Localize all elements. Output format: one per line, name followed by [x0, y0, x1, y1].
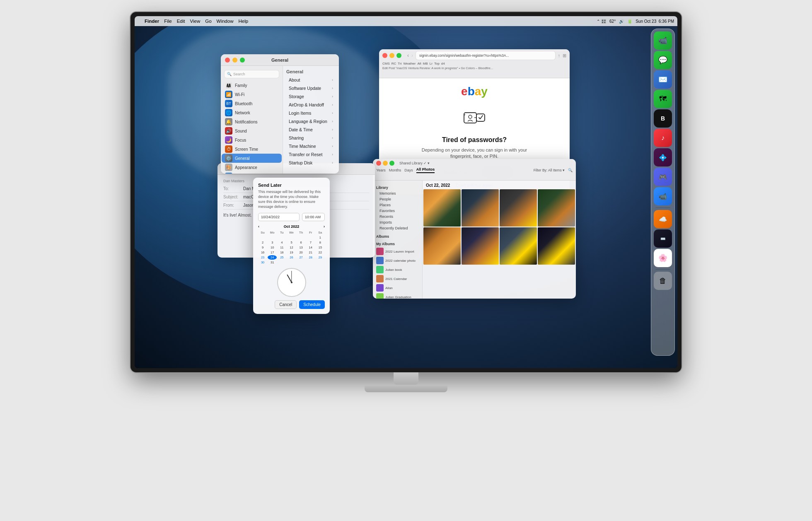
sidebar-places[interactable]: Places: [373, 202, 422, 208]
cal-day[interactable]: 6: [297, 240, 306, 245]
photos-filter[interactable]: Filter By: All Items ▾: [534, 168, 565, 172]
cal-day[interactable]: 16: [258, 250, 267, 255]
menu-item-sharing[interactable]: Sharing ›: [286, 134, 336, 142]
menubar-file[interactable]: File: [164, 19, 172, 24]
sidebar-item-bluetooth[interactable]: BT Bluetooth: [222, 99, 282, 108]
menu-item-language[interactable]: Language & Region ›: [286, 117, 336, 125]
cal-day[interactable]: 1: [316, 235, 325, 240]
menubar-view[interactable]: View: [190, 19, 201, 24]
safari-tab-lr[interactable]: Lr: [430, 62, 433, 65]
album-2022-calendar[interactable]: 2022 calendar photo: [373, 256, 422, 265]
safari-min-button[interactable]: [389, 53, 394, 58]
dock-icon-mail[interactable]: ✉️: [654, 70, 672, 89]
safari-tab-top[interactable]: Top: [434, 62, 440, 65]
sidebar-imports[interactable]: Imports: [373, 219, 422, 225]
dock-icon-facetime[interactable]: 📹: [654, 31, 672, 50]
menu-item-storage[interactable]: Storage ›: [286, 92, 336, 101]
cal-day[interactable]: 3: [268, 240, 277, 245]
cal-day[interactable]: 4: [277, 240, 286, 245]
cal-day[interactable]: 29: [316, 255, 325, 260]
menubar-battery[interactable]: 🔋: [627, 19, 632, 24]
dock-icon-music[interactable]: ♪: [654, 129, 672, 147]
menu-item-airdrop[interactable]: AirDrop & Handoff ›: [286, 101, 336, 109]
photos-close-button[interactable]: [376, 161, 381, 166]
menu-item-transfer[interactable]: Transfer or Reset ›: [286, 150, 336, 159]
photo-cell[interactable]: [538, 227, 575, 265]
photo-cell[interactable]: [500, 189, 537, 227]
safari-forward-icon[interactable]: ›: [411, 53, 413, 58]
cal-day[interactable]: [268, 235, 277, 240]
cal-day-today[interactable]: 24: [268, 255, 277, 260]
dock-icon-overcast[interactable]: ☁️: [654, 210, 672, 228]
safari-close-button[interactable]: [382, 53, 387, 58]
photo-cell[interactable]: [462, 189, 499, 227]
dock-icon-slack[interactable]: 💠: [654, 148, 672, 166]
sidebar-favorites[interactable]: Favorites: [373, 208, 422, 214]
menu-item-time-machine[interactable]: Time Machine ›: [286, 142, 336, 150]
sidebar-people[interactable]: People: [373, 196, 422, 202]
safari-tab-mb[interactable]: MB: [423, 62, 428, 65]
cal-day[interactable]: 17: [268, 250, 277, 255]
safari-tab-d4[interactable]: d4: [441, 62, 445, 65]
safari-max-button[interactable]: [396, 53, 401, 58]
sidebar-item-family[interactable]: 👨‍👩‍👧 Family: [222, 81, 282, 90]
album-2021-calendar[interactable]: 2021 Calendar: [373, 274, 422, 283]
sidebar-item-focus[interactable]: 🌙 Focus: [222, 135, 282, 145]
cal-day[interactable]: 30: [258, 260, 267, 265]
safari-url-bar[interactable]: signin.ebay.com/signin/webauthn-register…: [416, 51, 556, 60]
sidebar-recents[interactable]: Recents: [373, 214, 422, 219]
sidebar-item-appearance[interactable]: 🎨 Appearance: [222, 163, 282, 172]
photos-tab-months[interactable]: Months: [389, 168, 401, 172]
send-later-date-input[interactable]: 10/24/2022: [258, 213, 300, 221]
sidebar-item-general[interactable]: ⚙️ General: [222, 154, 282, 163]
cal-day[interactable]: 14: [306, 245, 315, 250]
sidebar-recently-deleted[interactable]: Recently Deleted: [373, 225, 422, 231]
dock-icon-maps[interactable]: 🗺: [654, 90, 672, 108]
photo-cell[interactable]: [500, 227, 537, 265]
sidebar-item-accessibility[interactable]: ♿ Accessibility: [222, 172, 282, 174]
cal-day[interactable]: 20: [297, 250, 306, 255]
close-button[interactable]: [225, 58, 230, 63]
safari-share-icon[interactable]: ↑: [558, 53, 561, 58]
menubar-window[interactable]: Window: [217, 19, 234, 24]
send-later-time-input[interactable]: 10:00 AM: [302, 213, 325, 221]
safari-tab-rc[interactable]: RC: [392, 62, 396, 65]
cal-day[interactable]: 2: [258, 240, 267, 245]
photos-tab-all[interactable]: All Photos: [416, 167, 435, 173]
album-julian-grad[interactable]: Julian Graduation: [373, 292, 422, 299]
photo-cell[interactable]: [423, 227, 461, 265]
cal-day[interactable]: 31: [268, 260, 277, 265]
cal-day[interactable]: 25: [277, 255, 286, 260]
safari-back-icon[interactable]: ‹: [407, 53, 409, 58]
calendar-prev-icon[interactable]: ‹: [258, 224, 259, 229]
dock-icon-bezel[interactable]: B: [654, 109, 672, 128]
cal-day[interactable]: 19: [287, 250, 296, 255]
cal-day[interactable]: 8: [316, 240, 325, 245]
cal-day[interactable]: [287, 235, 296, 240]
cal-day[interactable]: [306, 235, 315, 240]
menu-item-software-update[interactable]: Software Update ›: [286, 84, 336, 92]
cal-day[interactable]: 12: [287, 245, 296, 250]
sidebar-item-screentime[interactable]: ⏱ Screen Time: [222, 145, 282, 154]
menubar-edit[interactable]: Edit: [177, 19, 185, 24]
safari-tab-weather[interactable]: Weather: [403, 62, 416, 65]
sidebar-memories[interactable]: Memories: [373, 191, 422, 196]
sidebar-item-notifications[interactable]: 🔔 Notifications: [222, 117, 282, 126]
cal-day[interactable]: 11: [277, 245, 286, 250]
dock-icon-iterm[interactable]: ⌨️: [654, 229, 672, 248]
minimize-button[interactable]: [232, 58, 237, 63]
cal-day[interactable]: 26: [287, 255, 296, 260]
cal-day[interactable]: 5: [287, 240, 296, 245]
dock-icon-photos[interactable]: 🌸: [654, 249, 672, 267]
photo-cell[interactable]: [462, 227, 499, 265]
safari-tab-cms[interactable]: CMS: [382, 62, 390, 65]
menu-item-datetime[interactable]: Date & Time ›: [286, 125, 336, 134]
schedule-button[interactable]: Schedule: [299, 300, 325, 309]
calendar-next-icon[interactable]: ›: [324, 224, 325, 229]
cal-day[interactable]: 15: [316, 245, 325, 250]
cal-day[interactable]: 23: [258, 255, 267, 260]
cal-day[interactable]: [297, 235, 306, 240]
sidebar-item-network[interactable]: 🌐 Network: [222, 108, 282, 117]
cal-day[interactable]: 22: [316, 250, 325, 255]
photo-cell[interactable]: [538, 189, 575, 227]
